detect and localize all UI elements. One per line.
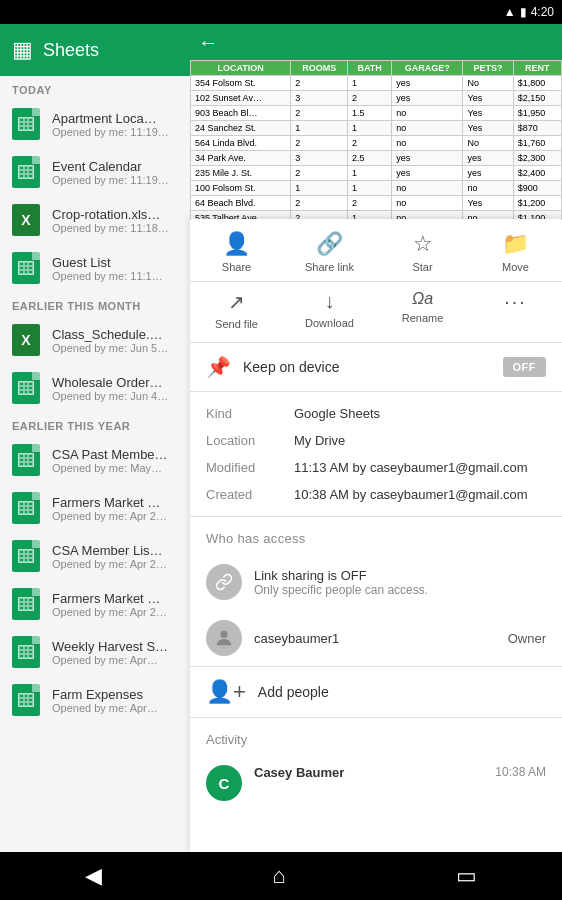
sidebar-item-apt-loc[interactable]: Apartment Loca… Opened by me: 11:19… [0, 100, 190, 148]
move-button[interactable]: 📁 Move [486, 231, 546, 273]
sheet-icon-csa-member [10, 540, 42, 572]
sidebar-item-farmers2[interactable]: Farmers Market … Opened by me: Apr 2… [0, 580, 190, 628]
star-icon: ☆ [413, 231, 433, 257]
section-label-today: TODAY [0, 76, 190, 100]
sidebar-section-today: TODAY Apartment Loca… Opened by me: 11:1… [0, 76, 190, 292]
send-file-button[interactable]: ↗ Send file [207, 290, 267, 330]
sheet-icon-guest-list [10, 252, 42, 284]
rename-button[interactable]: Ωa Rename [393, 290, 453, 330]
more-button[interactable]: ··· [486, 290, 546, 330]
sidebar-header: ▦ Sheets [0, 24, 190, 76]
table-row: 100 Folsom St.11nono$900 [191, 181, 562, 196]
right-panel: ← LOCATION ROOMS BATH GARAGE? PETS? RENT [190, 24, 562, 852]
sheet-top-bar: ← [190, 24, 562, 60]
activity-section: Activity C Casey Baumer 10:38 AM [190, 718, 562, 811]
activity-entry-0: C Casey Baumer 10:38 AM [190, 755, 562, 811]
keep-device-row[interactable]: 📌 Keep on device OFF [190, 343, 562, 392]
location-value: My Drive [294, 433, 345, 448]
activity-user-name: Casey Baumer [254, 765, 483, 780]
sidebar-item-class-sched[interactable]: X Class_Schedule.… Opened by me: Jun 5… [0, 316, 190, 364]
info-row-created: Created 10:38 AM by caseybaumer1@gmail.c… [190, 481, 562, 508]
item-name-guest-list: Guest List [52, 255, 180, 270]
user-role-caseybaumer1: Owner [508, 631, 546, 646]
share-link-label: Share link [305, 261, 354, 273]
link-sharing-subtitle: Only specific people can access. [254, 583, 428, 597]
sidebar: ▦ Sheets TODAY Apartment Loca… Opened by… [0, 24, 190, 852]
star-button[interactable]: ☆ Star [393, 231, 453, 273]
download-icon: ↓ [325, 290, 335, 313]
sidebar-item-weekly-harvest[interactable]: Weekly Harvest S… Opened by me: Apr… [0, 628, 190, 676]
wifi-icon: ▲ [504, 5, 516, 19]
sidebar-item-farm-expenses[interactable]: Farm Expenses Opened by me: Apr… [0, 676, 190, 724]
item-meta-class-sched: Opened by me: Jun 5… [52, 342, 180, 354]
sidebar-item-guest-list[interactable]: Guest List Opened by me: 11:1… [0, 244, 190, 292]
created-label: Created [206, 487, 286, 502]
sheet-icon-wholesale [10, 372, 42, 404]
item-name-farm-expenses: Farm Expenses [52, 687, 180, 702]
back-button[interactable]: ← [198, 31, 218, 54]
status-bar: ▲ ▮ 4:20 [0, 0, 562, 24]
main-area: ▦ Sheets TODAY Apartment Loca… Opened by… [0, 24, 562, 852]
item-name-csa-member: CSA Member Lis… [52, 543, 180, 558]
sidebar-section-month: EARLIER THIS MONTH X Class_Schedule.… Op… [0, 292, 190, 412]
add-people-label: Add people [258, 684, 329, 700]
item-meta-farmers2: Opened by me: Apr 2… [52, 606, 180, 618]
share-icon: 👤 [223, 231, 250, 257]
sidebar-item-event-cal[interactable]: Event Calendar Opened by me: 11:19… [0, 148, 190, 196]
sidebar-item-wholesale[interactable]: Wholesale Order… Opened by me: Jun 4… [0, 364, 190, 412]
send-file-label: Send file [215, 318, 258, 330]
sheet-icon-weekly-harvest [10, 636, 42, 668]
table-row: 903 Beach Bl…21.5noYes$1,950 [191, 106, 562, 121]
item-meta-guest-list: Opened by me: 11:1… [52, 270, 180, 282]
add-people-row[interactable]: 👤+ Add people [190, 667, 562, 718]
bottom-sheet: 👤 Share 🔗 Share link ☆ Star 📁 Move [190, 219, 562, 852]
modified-label: Modified [206, 460, 286, 475]
download-button[interactable]: ↓ Download [300, 290, 360, 330]
back-nav-button[interactable]: ◀ [85, 863, 102, 889]
table-row: 64 Beach Blvd.22noYes$1,200 [191, 196, 562, 211]
item-meta-wholesale: Opened by me: Jun 4… [52, 390, 180, 402]
link-sharing-title: Link sharing is OFF [254, 568, 428, 583]
modified-value: 11:13 AM by caseybaumer1@gmail.com [294, 460, 528, 475]
sheet-icon-csa-past [10, 444, 42, 476]
item-name-wholesale: Wholesale Order… [52, 375, 180, 390]
who-has-access-section: Who has access Link sharing is OFF Only … [190, 517, 562, 718]
home-nav-button[interactable]: ⌂ [272, 863, 285, 889]
keep-device-label: Keep on device [243, 359, 491, 375]
svg-point-0 [220, 631, 227, 638]
battery-icon: ▮ [520, 5, 527, 19]
keep-device-toggle[interactable]: OFF [503, 357, 547, 377]
activity-time: 10:38 AM [495, 765, 546, 779]
sidebar-section-year: EARLIER THIS YEAR CSA Past Membe… Opened… [0, 412, 190, 724]
share-button[interactable]: 👤 Share [207, 231, 267, 273]
info-row-kind: Kind Google Sheets [190, 400, 562, 427]
more-icon: ··· [504, 290, 527, 313]
file-info-section: Kind Google Sheets Location My Drive Mod… [190, 392, 562, 517]
link-sharing-icon [206, 564, 242, 600]
action-row-2: ↗ Send file ↓ Download Ωa Rename ··· [190, 282, 562, 343]
star-label: Star [412, 261, 432, 273]
sidebar-item-csa-member[interactable]: CSA Member Lis… Opened by me: Apr 2… [0, 532, 190, 580]
sidebar-item-crop-rot[interactable]: X Crop-rotation.xls… Opened by me: 11:18… [0, 196, 190, 244]
col-pets: PETS? [463, 61, 513, 76]
item-meta-farm-expenses: Opened by me: Apr… [52, 702, 180, 714]
share-link-button[interactable]: 🔗 Share link [300, 231, 360, 273]
recents-nav-button[interactable]: ▭ [456, 863, 477, 889]
section-label-year: EARLIER THIS YEAR [0, 412, 190, 436]
excel-icon-crop-rot: X [10, 204, 42, 236]
add-person-icon: 👤+ [206, 679, 246, 705]
user-name-caseybaumer1: caseybaumer1 [254, 631, 496, 646]
created-value: 10:38 AM by caseybaumer1@gmail.com [294, 487, 528, 502]
table-row: 564 Linda Blvd.22noNo$1,760 [191, 136, 562, 151]
col-garage: GARAGE? [392, 61, 463, 76]
sheet-icon-event-cal [10, 156, 42, 188]
share-label: Share [222, 261, 251, 273]
item-meta-farmers1: Opened by me: Apr 2… [52, 510, 180, 522]
who-has-access-header: Who has access [190, 517, 562, 554]
item-meta-weekly-harvest: Opened by me: Apr… [52, 654, 180, 666]
sidebar-item-csa-past[interactable]: CSA Past Membe… Opened by me: May… [0, 436, 190, 484]
info-row-location: Location My Drive [190, 427, 562, 454]
col-rooms: ROOMS [291, 61, 348, 76]
user-avatar-caseybaumer1 [206, 620, 242, 656]
sidebar-item-farmers1[interactable]: Farmers Market … Opened by me: Apr 2… [0, 484, 190, 532]
